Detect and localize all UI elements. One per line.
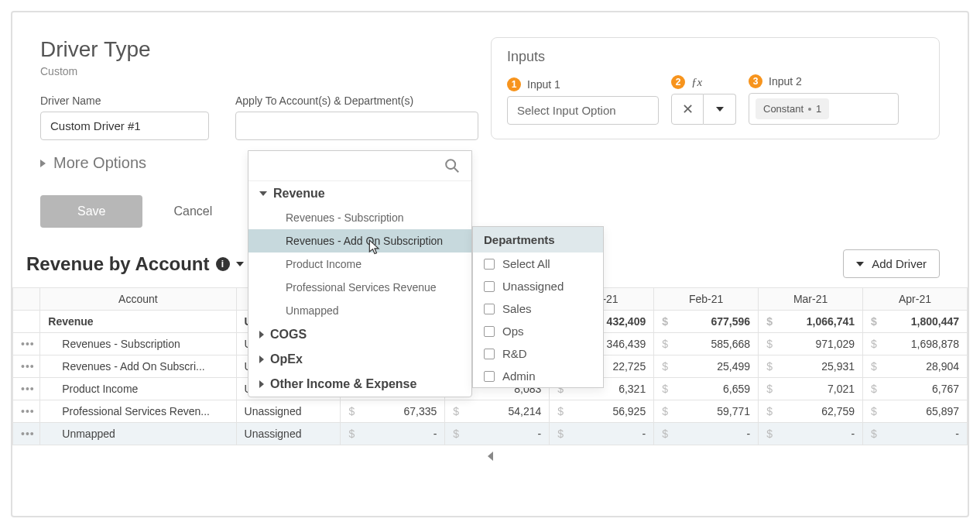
dropdown-group[interactable]: Other Income & Expense [248,372,471,397]
value-cell: $67,335 [341,400,445,423]
value-cell: $62,759 [759,400,863,423]
department-option[interactable]: Ops [473,320,603,342]
dropdown-group[interactable]: OpEx [248,347,471,372]
value-cell: $- [341,423,445,445]
section-heading: Revenue by Account [26,253,210,275]
input1-badge: 1 [507,77,521,91]
department-option[interactable]: Unassigned [473,275,603,297]
apply-to-dropdown: RevenueRevenues - SubscriptionRevenues -… [248,150,472,397]
chevron-down-icon [716,107,724,112]
checkbox-icon [484,281,495,292]
dropdown-group[interactable]: Revenue [248,181,471,206]
value-cell: $- [654,423,759,445]
apply-to-label: Apply To Account(s) & Department(s) [235,94,478,107]
search-icon[interactable] [444,157,461,174]
departments-flyout: Departments Select AllUnassignedSalesOps… [472,226,604,388]
chevron-down-icon [259,191,267,196]
value-cell: $1,066,741 [759,311,863,333]
info-icon[interactable]: i [216,257,230,271]
apply-to-input[interactable] [235,112,478,140]
account-cell: Unmapped [40,423,236,445]
dropdown-item[interactable]: Professional Services Revenue [248,276,471,299]
value-cell: $56,925 [550,400,654,423]
chevron-down-icon [856,262,864,266]
operator-dropdown-button[interactable] [704,94,736,125]
dropdown-item[interactable]: Product Income [248,252,471,276]
col-apr: Apr-21 [863,288,968,311]
dropdown-group[interactable]: COGS [248,322,471,347]
table-scroll-left[interactable] [12,445,968,469]
account-cell: Product Income [40,378,236,400]
account-cell: Revenues - Subscription [40,333,236,356]
value-cell: $585,668 [654,333,759,356]
checkbox-icon [484,304,495,314]
value-cell: $6,767 [863,378,968,400]
value-cell: $1,698,878 [863,333,968,356]
department-option[interactable]: Sales [473,297,603,320]
dept-cell: Unassigned [236,423,341,445]
row-menu[interactable]: ••• [13,378,40,400]
value-cell: $7,021 [759,378,863,400]
value-cell: $6,659 [654,378,759,400]
checkbox-icon [484,326,495,337]
col-account: Account [40,288,236,311]
checkbox-icon [484,259,495,270]
row-menu[interactable]: ••• [13,400,40,423]
checkbox-icon [484,349,495,359]
dept-cell: Unassigned [236,400,341,423]
inputs-heading: Inputs [507,49,923,65]
row-menu[interactable]: ••• [13,356,40,378]
driver-name-label: Driver Name [40,94,209,107]
col-feb: Feb-21 [654,288,759,311]
input2-badge: 3 [749,74,762,88]
account-cell: Professional Services Reven... [40,400,236,423]
save-button[interactable]: Save [40,195,142,228]
value-cell: $677,596 [654,311,759,333]
value-cell: $25,499 [654,356,759,378]
chevron-down-icon[interactable] [236,262,244,266]
dropdown-item[interactable]: Revenues - Subscription [248,206,471,229]
departments-heading: Departments [473,227,603,252]
department-option[interactable]: Select All [473,252,603,275]
checkbox-icon [484,371,495,382]
chevron-right-icon [259,356,264,363]
value-cell: $59,771 [654,400,759,423]
department-option[interactable]: Admin [473,365,603,387]
add-driver-button[interactable]: Add Driver [843,249,940,278]
value-cell: $65,897 [863,400,968,423]
input1-select[interactable]: Select Input Option [507,96,659,125]
value-cell: $- [759,423,863,445]
chevron-right-icon [259,380,264,388]
cancel-button[interactable]: Cancel [173,204,212,218]
account-cell: Revenue [40,311,236,333]
multiply-icon: ✕ [682,101,694,118]
value-cell: $- [550,423,654,445]
row-menu[interactable]: ••• [13,333,40,356]
operator-badge: 2 [671,75,685,89]
value-cell: $- [863,423,968,445]
value-cell: $971,029 [759,333,863,356]
driver-name-input[interactable] [40,112,209,140]
operator-multiply-button[interactable]: ✕ [671,94,704,125]
svg-point-0 [446,160,455,169]
chevron-right-icon [40,160,46,167]
fx-label: ƒx [691,76,702,89]
department-option[interactable]: R&D [473,342,603,365]
dropdown-item[interactable]: Unmapped [248,299,471,322]
value-cell: $54,214 [445,400,550,423]
row-menu[interactable] [13,311,40,333]
row-menu[interactable]: ••• [13,423,40,445]
input2-field[interactable]: Constant 1 [749,93,899,125]
col-actions [13,288,40,311]
value-cell: $28,904 [863,356,968,378]
chevron-right-icon [259,331,264,338]
input1-label: Input 1 [527,78,560,91]
inputs-panel: Inputs 1 Input 1 Select Input Option 2 ƒ… [491,37,940,139]
col-mar: Mar-21 [759,288,863,311]
dropdown-item[interactable]: Revenues - Add On Subscription [248,229,471,252]
value-cell: $1,800,447 [863,311,968,333]
more-options-toggle[interactable]: More Options [12,148,968,191]
input2-label: Input 2 [769,75,802,88]
svg-line-1 [454,168,459,173]
account-cell: Revenues - Add On Subscri... [40,356,236,378]
